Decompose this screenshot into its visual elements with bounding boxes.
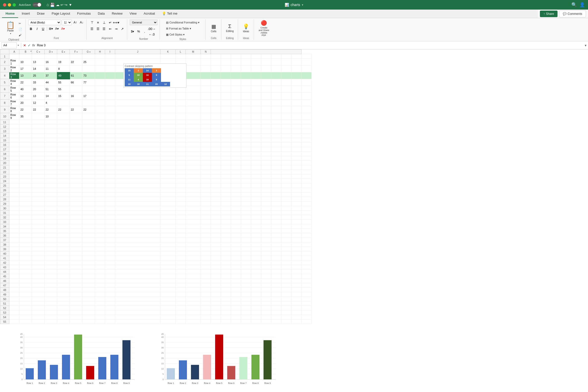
cell[interactable]	[201, 161, 211, 165]
cell[interactable]	[201, 319, 211, 324]
cell[interactable]	[231, 242, 241, 247]
cell[interactable]	[186, 220, 201, 224]
cell[interactable]	[261, 174, 271, 179]
cell[interactable]	[82, 129, 95, 134]
cell[interactable]	[261, 138, 271, 143]
cell[interactable]	[176, 247, 186, 251]
cell[interactable]	[115, 279, 160, 283]
cell[interactable]	[19, 301, 32, 306]
cell[interactable]	[45, 247, 57, 251]
cell[interactable]	[57, 229, 70, 233]
cell[interactable]	[9, 147, 19, 152]
cell[interactable]	[57, 197, 70, 202]
cell[interactable]	[176, 202, 186, 206]
cell[interactable]	[221, 297, 231, 301]
cell[interactable]	[211, 288, 221, 292]
cell[interactable]	[291, 134, 302, 138]
cell[interactable]	[271, 124, 281, 129]
cell[interactable]	[105, 143, 115, 147]
cell[interactable]	[261, 79, 271, 86]
cell[interactable]	[291, 279, 302, 283]
cell[interactable]	[32, 315, 45, 319]
cell[interactable]	[9, 120, 19, 124]
cell[interactable]	[9, 310, 19, 315]
cell[interactable]	[291, 310, 302, 315]
cell[interactable]	[251, 161, 261, 165]
cell[interactable]	[221, 183, 231, 188]
cell[interactable]	[281, 297, 291, 301]
cell[interactable]	[70, 238, 82, 242]
cell[interactable]	[70, 179, 82, 183]
tab-formulas[interactable]: Formulas	[74, 10, 94, 18]
cell[interactable]	[261, 156, 271, 161]
cell[interactable]	[95, 100, 105, 106]
cell[interactable]	[241, 242, 251, 247]
cell[interactable]	[160, 165, 176, 170]
cell[interactable]	[291, 260, 302, 265]
cell[interactable]	[251, 251, 261, 256]
cell[interactable]	[211, 147, 221, 152]
cell[interactable]	[160, 138, 176, 143]
cell[interactable]	[231, 129, 241, 134]
cell[interactable]	[211, 79, 221, 86]
cell[interactable]	[95, 72, 105, 79]
minimize-button[interactable]	[8, 3, 11, 7]
cell[interactable]	[201, 152, 211, 156]
cell[interactable]	[32, 306, 45, 310]
cell[interactable]: Row 1	[9, 59, 19, 66]
cell[interactable]	[115, 310, 160, 315]
cell[interactable]	[251, 306, 261, 310]
cell[interactable]	[19, 256, 32, 260]
cell[interactable]	[70, 138, 82, 143]
cell[interactable]	[19, 192, 32, 197]
cell[interactable]	[251, 106, 261, 113]
cell[interactable]	[281, 229, 291, 233]
cell[interactable]	[211, 274, 221, 279]
cell[interactable]	[105, 265, 115, 270]
cell[interactable]	[271, 247, 281, 251]
cell[interactable]	[82, 113, 95, 120]
cell[interactable]	[32, 242, 45, 247]
cell[interactable]	[241, 260, 251, 265]
cell[interactable]	[95, 86, 105, 93]
cell[interactable]	[251, 215, 261, 220]
cell[interactable]	[57, 124, 70, 129]
cell[interactable]	[82, 274, 95, 279]
cell[interactable]	[231, 229, 241, 233]
cell[interactable]	[57, 247, 70, 251]
cell[interactable]	[70, 143, 82, 147]
cell[interactable]	[281, 233, 291, 238]
cell[interactable]	[70, 265, 82, 270]
cell[interactable]	[281, 179, 291, 183]
cell[interactable]	[57, 152, 70, 156]
cell[interactable]	[281, 301, 291, 306]
cell[interactable]	[32, 220, 45, 224]
cell[interactable]	[201, 174, 211, 179]
cell[interactable]	[176, 274, 186, 279]
cell[interactable]	[19, 283, 32, 288]
cell[interactable]	[291, 319, 302, 324]
cell[interactable]	[221, 156, 231, 161]
cell[interactable]: 22	[19, 79, 32, 86]
cell[interactable]	[221, 59, 231, 66]
cell[interactable]	[82, 134, 95, 138]
cell[interactable]	[201, 292, 211, 297]
cell[interactable]	[231, 288, 241, 292]
cut-button[interactable]: ✂	[17, 21, 23, 26]
cell[interactable]	[160, 256, 176, 260]
cell[interactable]	[160, 152, 176, 156]
cell[interactable]	[261, 242, 271, 247]
cell[interactable]: 55	[57, 86, 70, 93]
cell[interactable]	[19, 315, 32, 319]
cell[interactable]	[95, 54, 105, 59]
cell[interactable]	[115, 170, 160, 174]
cell[interactable]	[82, 283, 95, 288]
cell[interactable]	[201, 138, 211, 143]
cell[interactable]	[160, 310, 176, 315]
home-icon[interactable]: ⌂	[47, 3, 49, 7]
cell[interactable]	[291, 59, 302, 66]
cell[interactable]	[70, 220, 82, 224]
cell[interactable]	[291, 211, 302, 215]
cell[interactable]	[176, 93, 186, 100]
cell[interactable]	[160, 197, 176, 202]
